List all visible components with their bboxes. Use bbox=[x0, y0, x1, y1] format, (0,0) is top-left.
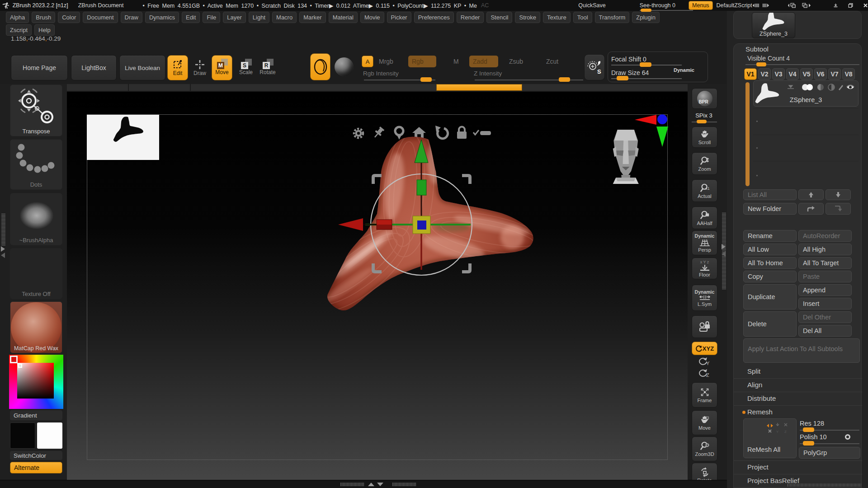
material-sphere-button[interactable] bbox=[334, 53, 354, 80]
section-align[interactable]: Align bbox=[747, 381, 762, 389]
list-all-button[interactable]: List All bbox=[743, 189, 797, 200]
zcut-button[interactable]: Zcut bbox=[546, 58, 558, 65]
zscript-label[interactable]: DefaultZScript bbox=[717, 2, 752, 9]
tab-v6[interactable]: V6 bbox=[814, 68, 827, 80]
camera-lock-button[interactable] bbox=[692, 315, 717, 338]
draw-button[interactable]: Draw bbox=[190, 55, 210, 80]
section-distribute[interactable]: Distribute bbox=[747, 394, 776, 402]
move-out-folder-button[interactable] bbox=[826, 203, 851, 215]
main-color-swatch[interactable] bbox=[10, 422, 35, 449]
aahalf-button[interactable]: AAHalf bbox=[692, 206, 717, 229]
stroke-curve-button[interactable]: S bbox=[584, 54, 605, 80]
rename-button[interactable]: Rename bbox=[743, 230, 797, 242]
menu-item[interactable]: Material bbox=[329, 12, 358, 23]
append-button[interactable]: Append bbox=[798, 284, 852, 296]
bpr-button[interactable]: BPR bbox=[692, 88, 717, 109]
subtool-down-button[interactable] bbox=[826, 189, 851, 200]
apply-last-action-button[interactable]: Apply Last Action To All Subtools bbox=[743, 338, 860, 363]
right-tray-handle[interactable] bbox=[722, 212, 726, 289]
remesh-all-button[interactable]: YZ ReMesh All bbox=[743, 418, 797, 458]
move-to-folder-button[interactable] bbox=[798, 203, 824, 215]
right-tray-arrow-open[interactable] bbox=[722, 244, 726, 249]
del-other-button[interactable]: Del Other bbox=[798, 311, 852, 323]
brush-selector[interactable]: Transpose bbox=[10, 84, 62, 136]
menu-item[interactable]: Movie bbox=[360, 12, 384, 23]
tool-thumbnail[interactable]: ZSphere_3 bbox=[752, 12, 795, 38]
menu-item[interactable]: Transform bbox=[595, 12, 630, 23]
m-button[interactable]: M bbox=[453, 58, 459, 65]
lightbox-button[interactable]: LightBox bbox=[71, 55, 117, 80]
all-to-home-button[interactable]: All To Home bbox=[743, 257, 797, 269]
stroke-selector[interactable]: Dots bbox=[10, 139, 62, 190]
zadd-button[interactable]: Zadd bbox=[469, 56, 498, 67]
menu-item[interactable]: Tool bbox=[573, 12, 592, 23]
left-tray-arrow-close[interactable] bbox=[1, 253, 5, 258]
scroll-button[interactable]: Scroll bbox=[692, 127, 717, 148]
gradient-button[interactable]: Gradient bbox=[10, 410, 62, 420]
polygrp-button[interactable]: PolyGrp bbox=[799, 447, 860, 459]
rotate-y-button[interactable]: Y bbox=[696, 357, 714, 367]
move-3d-button[interactable]: Move bbox=[692, 410, 717, 435]
tab-v5[interactable]: V5 bbox=[800, 68, 813, 80]
minimize-icon[interactable] bbox=[833, 2, 838, 9]
menu-item[interactable]: Stroke bbox=[515, 12, 540, 23]
tab-v3[interactable]: V3 bbox=[772, 68, 785, 80]
restore-icon[interactable] bbox=[848, 2, 853, 9]
switch-color-button[interactable]: SwitchColor bbox=[10, 451, 62, 460]
all-low-button[interactable]: All Low bbox=[743, 244, 797, 255]
tab-v4[interactable]: V4 bbox=[786, 68, 799, 80]
menu-item[interactable]: Preferences bbox=[414, 12, 454, 23]
tray-toggle-icons[interactable] bbox=[752, 2, 779, 9]
panel-toggle-icons[interactable] bbox=[788, 2, 821, 9]
brush-button[interactable] bbox=[310, 53, 330, 80]
spix-label[interactable]: SPix 3 bbox=[690, 112, 717, 119]
subtool-up-button[interactable] bbox=[798, 189, 824, 200]
section-project[interactable]: Project bbox=[747, 463, 769, 471]
tab-v2[interactable]: V2 bbox=[758, 68, 771, 80]
bottom-right-handle[interactable] bbox=[788, 483, 862, 487]
insert-button[interactable]: Insert bbox=[798, 298, 852, 310]
subtool-item[interactable]: ZSphere_3 bbox=[753, 80, 859, 107]
see-through-slider[interactable]: See-through 0 bbox=[640, 2, 682, 9]
menu-item[interactable]: Edit bbox=[182, 12, 200, 23]
canvas-top-tray[interactable] bbox=[67, 84, 688, 91]
floor-button[interactable]: x Y z Floor bbox=[692, 258, 717, 279]
subtool-scrollbar[interactable] bbox=[745, 82, 750, 186]
menu-item[interactable]: File bbox=[203, 12, 220, 23]
bottom-tray-bar[interactable] bbox=[0, 480, 727, 488]
persp-button[interactable]: Dynamic Persp bbox=[692, 230, 717, 255]
alpha-selector[interactable]: ~BrushAlpha bbox=[10, 193, 62, 245]
dynamic-label[interactable]: Dynamic bbox=[674, 67, 694, 73]
frame-button[interactable]: Frame bbox=[692, 382, 717, 408]
mrgb-button[interactable]: Mrgb bbox=[379, 58, 393, 65]
del-all-button[interactable]: Del All bbox=[798, 325, 852, 337]
all-high-button[interactable]: All High bbox=[798, 244, 852, 255]
tab-v1[interactable]: V1 bbox=[744, 68, 757, 80]
quicksave-button[interactable]: QuickSave bbox=[578, 2, 605, 9]
scale-button[interactable]: S Scale bbox=[236, 55, 256, 80]
left-tray-handle[interactable] bbox=[1, 214, 5, 245]
subtool-header[interactable]: Subtool bbox=[745, 45, 769, 53]
menu-item[interactable]: Zplugin bbox=[632, 12, 660, 23]
menu-item[interactable]: Alpha bbox=[6, 12, 29, 23]
rotate-button[interactable]: R Rotate bbox=[258, 55, 278, 80]
paste-button[interactable]: Paste bbox=[798, 271, 852, 282]
menu-item[interactable]: Dynamics bbox=[145, 12, 179, 23]
menu-item[interactable]: Brush bbox=[32, 12, 55, 23]
menu-item[interactable]: Light bbox=[249, 12, 269, 23]
right-tray-arrow-close[interactable] bbox=[722, 251, 726, 257]
sv-square[interactable] bbox=[17, 363, 54, 399]
zoom-button[interactable]: Zoom bbox=[692, 152, 717, 175]
secondary-color-swatch[interactable] bbox=[37, 422, 62, 449]
delete-button[interactable]: Delete bbox=[743, 311, 797, 337]
menu-item[interactable]: Document bbox=[83, 12, 118, 23]
rotate-3d-button[interactable]: Rotate bbox=[692, 463, 717, 480]
menu-item[interactable]: Color bbox=[58, 12, 80, 23]
rgb-button[interactable]: Rgb bbox=[408, 56, 436, 67]
duplicate-button[interactable]: Duplicate bbox=[743, 284, 797, 310]
alternate-button[interactable]: Alternate bbox=[10, 462, 62, 474]
bottom-tray-arrow-down[interactable] bbox=[377, 483, 383, 486]
menu-item[interactable]: Zscript bbox=[6, 24, 32, 36]
zoom-3d-button[interactable]: Zoom3D bbox=[692, 436, 717, 461]
texture-selector[interactable]: Texture Off bbox=[10, 248, 62, 299]
